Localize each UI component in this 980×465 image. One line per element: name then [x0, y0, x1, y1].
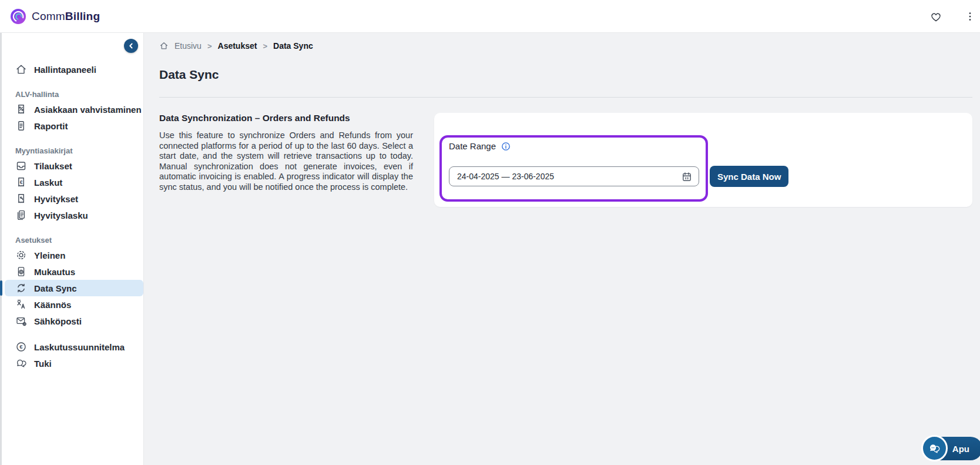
breadcrumb: Etusivu > Asetukset > Data Sync	[159, 41, 313, 51]
sidebar-collapse-button[interactable]	[124, 39, 138, 53]
document-icon	[15, 120, 27, 132]
breadcrumb-current-page: Data Sync	[273, 41, 313, 51]
heart-icon	[929, 9, 943, 24]
sync-card: Date Range 24-04-2025 — 23-06-2025	[434, 113, 972, 207]
sidebar-section-myyntiasiakirjat: Myyntiasiakirjat	[0, 143, 143, 158]
title-divider	[159, 97, 972, 98]
sync-description-block: Data Synchronization – Orders and Refund…	[159, 113, 413, 193]
breadcrumb-home-icon[interactable]	[159, 41, 169, 51]
invoice-euro-icon: €	[15, 176, 27, 188]
section-description: Use this feature to synchronize Orders a…	[159, 131, 413, 193]
page-title: Data Sync	[159, 68, 219, 82]
breadcrumb-separator: >	[263, 42, 267, 51]
sidebar-item-tilaukset[interactable]: Tilaukset	[0, 158, 143, 174]
topbar: CommBilling	[0, 0, 980, 33]
home-icon	[15, 63, 27, 75]
translate-icon	[15, 299, 27, 310]
sidebar-item-label: Hyvitykset	[34, 194, 78, 204]
info-icon[interactable]	[501, 142, 511, 151]
chevron-left-icon	[126, 41, 136, 51]
sidebar-section-alv: ALV-hallinta	[0, 87, 143, 101]
date-range-input[interactable]: 24-04-2025 — 23-06-2025	[449, 166, 699, 186]
sidebar-item-label: Käännös	[34, 300, 71, 310]
help-button-label: Apu	[952, 444, 969, 454]
date-range-value: 24-04-2025 — 23-06-2025	[449, 172, 554, 181]
sidebar-item-label: Mukautus	[34, 267, 75, 277]
sidebar-item-raportit[interactable]: Raportit	[0, 118, 143, 134]
sidebar-item-label: Hallintapaneeli	[34, 65, 96, 75]
sidebar-item-asiakkaan-vahvistaminen[interactable]: Asiakkaan vahvistaminen	[0, 101, 143, 118]
sidebar-item-label: Yleinen	[34, 250, 65, 260]
more-options-kebab-button[interactable]	[960, 6, 980, 26]
section-title: Data Synchronization – Orders and Refund…	[159, 113, 413, 123]
topbar-actions	[926, 0, 980, 33]
sidebar-item-laskut[interactable]: € Laskut	[0, 174, 143, 190]
euro-circle-icon: €	[15, 341, 27, 353]
sidebar-item-hallintapaneeli[interactable]: Hallintapaneeli	[0, 61, 143, 78]
sidebar-item-label: Raportit	[34, 121, 68, 131]
brand-mark-icon	[10, 8, 26, 25]
receipt-percent-icon	[15, 103, 27, 115]
help-chat-bubbles-icon	[921, 435, 948, 461]
date-range-label: Date Range	[449, 141, 496, 151]
svg-text:€: €	[19, 343, 23, 350]
breadcrumb-separator: >	[207, 42, 212, 51]
sync-data-now-button[interactable]: Sync Data Now	[710, 166, 788, 187]
sidebar-item-data-sync[interactable]: Data Sync	[5, 280, 143, 296]
brand-logo[interactable]: CommBilling	[10, 8, 100, 25]
breadcrumb-link-etusivu[interactable]: Etusivu	[174, 41, 202, 51]
sidebar-item-label: Data Sync	[34, 283, 77, 293]
app-root: CommBilling	[0, 0, 980, 465]
sidebar-item-laskutussuunnitelma[interactable]: € Laskutussuunnitelma	[0, 339, 143, 355]
chat-icon	[15, 357, 27, 369]
kebab-menu-icon	[964, 10, 976, 23]
sidebar: Hallintapaneeli ALV-hallinta Asiakkaan v…	[0, 33, 144, 465]
sidebar-nav: Hallintapaneeli ALV-hallinta Asiakkaan v…	[0, 33, 143, 372]
receipt-refund-icon	[15, 193, 27, 205]
inbox-icon	[15, 160, 27, 172]
sidebar-item-sahkoposti[interactable]: Sähköposti	[0, 313, 143, 329]
sidebar-item-yleinen[interactable]: Yleinen	[0, 247, 143, 263]
mail-gear-icon	[15, 315, 27, 327]
sidebar-item-hyvityslasku[interactable]: Hyvityslasku	[0, 207, 143, 223]
help-apu-button[interactable]: Apu	[924, 437, 980, 460]
svg-text:€: €	[20, 179, 23, 185]
sidebar-item-label: Hyvityslasku	[34, 210, 88, 220]
sidebar-item-mukautus[interactable]: Mukautus	[0, 263, 143, 280]
sidebar-item-tuki[interactable]: Tuki	[0, 355, 143, 372]
main-content: Etusivu > Asetukset > Data Sync Data Syn…	[144, 33, 980, 465]
brand-name: CommBilling	[32, 10, 100, 23]
calendar-icon[interactable]	[680, 170, 693, 183]
document-gear-icon	[15, 266, 27, 277]
sidebar-item-label: Laskut	[34, 178, 62, 188]
sidebar-item-kaannos[interactable]: Käännös	[0, 296, 143, 313]
sidebar-item-hyvitykset[interactable]: Hyvitykset	[0, 190, 143, 207]
favorites-heart-button[interactable]	[926, 6, 946, 26]
sidebar-item-label: Sähköposti	[34, 316, 82, 326]
gear-icon	[15, 249, 27, 261]
copy-document-icon	[15, 209, 27, 221]
sidebar-item-label: Laskutussuunnitelma	[34, 342, 125, 352]
sidebar-section-asetukset: Asetukset	[0, 233, 143, 247]
active-item-indicator	[0, 280, 2, 296]
sidebar-gap	[0, 329, 143, 339]
sidebar-item-label: Tilaukset	[34, 161, 72, 171]
sync-icon	[15, 282, 27, 294]
sidebar-item-label: Asiakkaan vahvistaminen	[34, 105, 142, 115]
breadcrumb-link-asetukset[interactable]: Asetukset	[218, 41, 257, 51]
sidebar-item-label: Tuki	[34, 359, 52, 369]
date-range-highlight-box: Date Range 24-04-2025 — 23-06-2025	[439, 135, 708, 202]
